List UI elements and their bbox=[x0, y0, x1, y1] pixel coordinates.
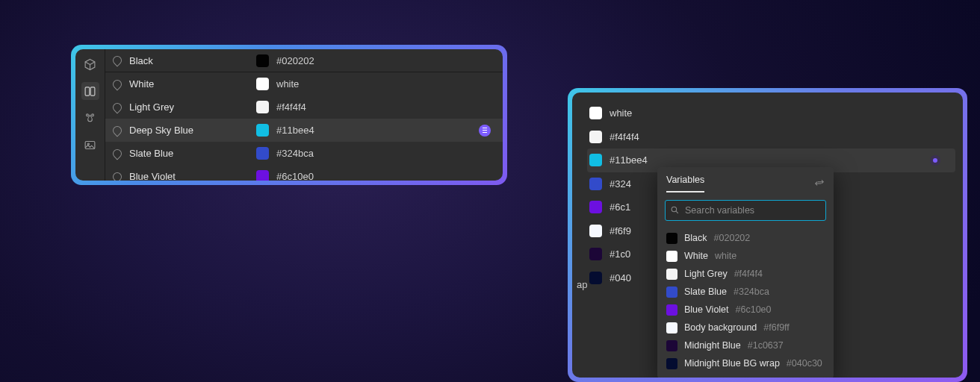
variable-name: Blue Violet bbox=[684, 304, 729, 315]
color-value: #11bee4 bbox=[610, 154, 648, 166]
swatch bbox=[589, 154, 602, 166]
search-icon bbox=[670, 205, 680, 215]
color-value: white bbox=[276, 78, 299, 90]
swatch bbox=[256, 78, 269, 90]
color-name: White bbox=[129, 78, 154, 90]
variable-item[interactable]: Blue Violet#6c10e0 bbox=[662, 301, 829, 319]
truncated-label: ap bbox=[577, 279, 587, 290]
variable-value: #6c10e0 bbox=[736, 304, 772, 315]
variable-item[interactable]: Black#020202 bbox=[662, 229, 829, 247]
svg-point-2 bbox=[87, 113, 89, 116]
color-name: Deep Sky Blue bbox=[129, 125, 193, 136]
value-row[interactable]: #f4f4f4 bbox=[587, 125, 955, 149]
variable-item[interactable]: Body background#f6f9ff bbox=[662, 319, 829, 336]
color-value: #11bee4 bbox=[276, 125, 314, 136]
swatch bbox=[666, 322, 677, 334]
popup-list: Black#020202 Whitewhite Light Grey#f4f4f… bbox=[657, 228, 834, 378]
variable-name: Black bbox=[684, 233, 707, 243]
drop-icon bbox=[111, 101, 124, 113]
variable-value: #020202 bbox=[714, 233, 751, 243]
color-row[interactable]: Light Grey #f4f4f4 bbox=[105, 96, 503, 119]
variable-value: #f4f4f4 bbox=[734, 269, 763, 279]
variable-item[interactable]: Midnight Blue#1c0637 bbox=[662, 336, 829, 354]
color-value: #f6f9 bbox=[610, 225, 631, 237]
color-value: #324 bbox=[610, 178, 631, 190]
color-value: #020202 bbox=[276, 55, 314, 66]
swatch bbox=[666, 304, 677, 316]
variable-value: #f6f9ff bbox=[763, 322, 790, 333]
swatch bbox=[666, 358, 677, 369]
variable-item[interactable]: Whitewhite bbox=[662, 247, 829, 265]
variable-name: Slate Blue bbox=[684, 286, 727, 297]
drops-icon[interactable] bbox=[81, 109, 99, 127]
swatch bbox=[256, 101, 269, 113]
color-variables-panel: Black #020202 White white Light Grey #f4… bbox=[71, 45, 507, 185]
cube-icon[interactable] bbox=[81, 55, 99, 73]
swatch bbox=[666, 269, 677, 280]
drop-icon bbox=[111, 78, 124, 90]
tab-variables[interactable]: Variables bbox=[666, 175, 704, 192]
swatch bbox=[589, 131, 602, 143]
popup-tabs: Variables bbox=[666, 175, 704, 192]
color-row[interactable]: White white bbox=[105, 72, 503, 96]
svg-point-3 bbox=[92, 113, 94, 116]
swatch bbox=[589, 201, 602, 213]
swatch bbox=[256, 124, 269, 137]
color-values-panel: ap white #f4f4f4 #11bee4 #324 #6c1 #f6f9… bbox=[568, 88, 967, 382]
sidebar-iconbar bbox=[75, 49, 105, 181]
variable-value: #1c0637 bbox=[748, 340, 784, 351]
color-list: Black #020202 White white Light Grey #f4… bbox=[105, 49, 503, 181]
color-row[interactable]: Deep Sky Blue #11bee4 bbox=[105, 119, 503, 142]
color-name: Light Grey bbox=[129, 101, 174, 113]
drop-icon bbox=[111, 170, 124, 181]
variable-name: Body background bbox=[684, 322, 757, 333]
color-value: white bbox=[610, 107, 632, 119]
color-row[interactable]: Blue Violet #6c10e0 bbox=[105, 165, 503, 181]
swatch bbox=[589, 225, 602, 237]
swatch bbox=[589, 178, 602, 190]
variable-value: #040c30 bbox=[787, 358, 822, 369]
color-name: Slate Blue bbox=[129, 148, 173, 159]
swatch bbox=[589, 272, 602, 284]
drop-icon bbox=[111, 147, 124, 160]
color-value: #6c1 bbox=[610, 201, 630, 213]
svg-point-6 bbox=[672, 207, 677, 212]
variable-badge-icon[interactable] bbox=[479, 125, 491, 137]
image-icon[interactable] bbox=[81, 136, 99, 154]
variable-name: Light Grey bbox=[684, 269, 728, 279]
swatch bbox=[256, 170, 269, 181]
color-value: #f4f4f4 bbox=[610, 131, 639, 143]
swatch bbox=[256, 147, 269, 160]
variable-dot-icon[interactable] bbox=[930, 155, 940, 166]
swatch bbox=[589, 248, 602, 260]
swatch bbox=[666, 233, 677, 244]
variable-item[interactable]: Slate Blue#324bca bbox=[662, 283, 829, 301]
color-value: #f4f4f4 bbox=[276, 101, 306, 113]
variable-name: Midnight Blue BG wrap bbox=[684, 358, 780, 369]
variable-value: white bbox=[715, 251, 736, 261]
swatch bbox=[589, 107, 602, 119]
variable-item[interactable]: Light Grey#f4f4f4 bbox=[662, 265, 829, 283]
columns-icon[interactable] bbox=[81, 82, 99, 100]
swatch bbox=[666, 340, 677, 351]
variable-item[interactable]: Midnight Blue BG wrap#040c30 bbox=[662, 354, 829, 372]
color-row[interactable]: Slate Blue #324bca bbox=[105, 142, 503, 165]
swatch bbox=[666, 286, 677, 298]
swatch bbox=[256, 54, 269, 67]
swatch bbox=[666, 251, 677, 262]
svg-rect-0 bbox=[85, 87, 90, 95]
color-row[interactable]: Black #020202 bbox=[105, 49, 503, 72]
variable-value: #324bca bbox=[734, 286, 769, 297]
swap-icon[interactable] bbox=[814, 178, 825, 189]
variable-name: Midnight Blue bbox=[684, 340, 741, 351]
color-name: Blue Violet bbox=[129, 171, 176, 181]
color-value: #1c0 bbox=[610, 248, 630, 260]
variables-popup: Variables Black#020202 Whitewhite Light … bbox=[657, 167, 834, 378]
search-input[interactable] bbox=[665, 200, 826, 221]
variable-name: White bbox=[684, 251, 708, 261]
drop-icon bbox=[111, 124, 124, 137]
value-row[interactable]: white bbox=[587, 101, 955, 125]
drop-icon bbox=[111, 54, 124, 67]
color-value: #040 bbox=[610, 272, 631, 284]
svg-rect-1 bbox=[90, 87, 95, 95]
